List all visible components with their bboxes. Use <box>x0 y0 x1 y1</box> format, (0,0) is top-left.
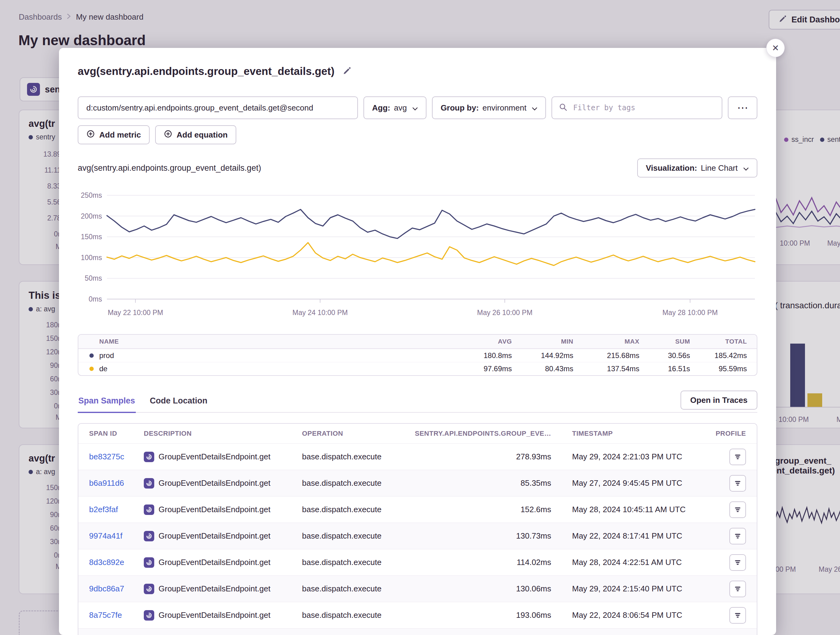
span-id-link[interactable]: 8a75c7fe <box>89 610 122 620</box>
chart-title: avg(sentry.api.endpoints.group_event_det… <box>78 163 261 173</box>
span-value: 130.06ms <box>414 584 551 594</box>
filter-by-tags-field[interactable] <box>551 96 722 119</box>
span-description: GroupEventDetailsEndpoint.get <box>158 505 270 514</box>
close-button[interactable]: ✕ <box>766 39 785 57</box>
span-operation: base.dispatch.execute <box>302 531 414 541</box>
chevron-down-icon <box>532 103 537 113</box>
add-metric-button[interactable]: Add metric <box>78 125 150 144</box>
plus-circle-icon <box>164 129 172 140</box>
svg-text:150ms: 150ms <box>81 233 102 241</box>
span-value: 85.35ms <box>414 478 551 488</box>
span-timestamp: May 29, 2024 2:15:40 PM UTC <box>551 584 711 594</box>
search-icon <box>559 103 567 113</box>
span-value: 152.6ms <box>414 505 551 514</box>
span-operation: base.dispatch.execute <box>302 505 414 514</box>
metric-details-modal: ✕ avg(sentry.api.endpoints.group_event_d… <box>59 48 776 635</box>
span-value: 114.02ms <box>414 558 551 567</box>
edit-title-icon[interactable] <box>343 66 352 76</box>
sentry-logo-icon <box>144 610 154 621</box>
chevron-down-icon <box>743 163 749 173</box>
span-id-link[interactable]: be83275c <box>89 452 124 461</box>
span-id-link[interactable]: 8d3c892e <box>89 558 124 567</box>
span-operation: base.dispatch.execute <box>302 452 414 462</box>
sentry-logo-icon <box>144 452 154 462</box>
ellipsis-icon: ⋯ <box>737 102 748 113</box>
sentry-logo-icon <box>144 531 154 541</box>
span-timestamp: May 28, 2024 10:45:11 AM UTC <box>551 505 711 514</box>
span-timestamp: May 22, 2024 8:06:54 PM UTC <box>551 610 711 620</box>
plus-circle-icon <box>86 129 95 140</box>
span-operation: base.dispatch.execute <box>302 584 414 594</box>
span-sample-row: 8d3c892e GroupEventDetailsEndpoint.get b… <box>78 549 757 575</box>
span-sample-row: 9974a41f GroupEventDetailsEndpoint.get b… <box>78 523 757 549</box>
samples-header-row: SPAN ID DESCRIPTION OPERATION SENTRY.API… <box>78 424 757 443</box>
span-description: GroupEventDetailsEndpoint.get <box>158 531 270 541</box>
svg-text:50ms: 50ms <box>85 274 102 282</box>
profile-button[interactable] <box>729 528 746 544</box>
aggregation-select[interactable]: Agg: avg <box>363 96 426 119</box>
filter-by-tags-input[interactable] <box>572 103 715 112</box>
close-icon: ✕ <box>772 43 779 53</box>
sentry-logo-icon <box>144 557 154 568</box>
svg-text:May 24 10:00 PM: May 24 10:00 PM <box>292 309 348 317</box>
series-dot <box>89 353 94 358</box>
series-dot <box>89 367 94 371</box>
summary-row[interactable]: de 97.69ms 80.43ms 137.54ms 16.51s 95.59… <box>78 362 757 375</box>
span-operation: base.dispatch.execute <box>302 610 414 620</box>
sentry-logo-icon <box>144 584 154 594</box>
series-name: de <box>99 364 107 373</box>
svg-text:0ms: 0ms <box>89 295 102 303</box>
summary-table: NAME AVG MIN MAX SUM TOTAL prod 180.8ms … <box>78 334 757 376</box>
more-options-button[interactable]: ⋯ <box>728 96 757 119</box>
group-by-select[interactable]: Group by: environment <box>432 96 546 119</box>
span-value: 278.93ms <box>414 452 551 462</box>
svg-text:May 26 10:00 PM: May 26 10:00 PM <box>477 309 532 317</box>
svg-text:250ms: 250ms <box>81 191 102 199</box>
profile-button[interactable] <box>729 554 746 571</box>
span-sample-row-partial <box>78 628 757 635</box>
open-in-traces-button[interactable]: Open in Traces <box>681 391 757 410</box>
profile-button[interactable] <box>729 475 746 492</box>
span-description: GroupEventDetailsEndpoint.get <box>158 584 270 594</box>
span-description: GroupEventDetailsEndpoint.get <box>158 478 270 488</box>
span-sample-row: 8a75c7fe GroupEventDetailsEndpoint.get b… <box>78 602 757 628</box>
detail-tabs: Span Samples Code Location <box>78 394 757 413</box>
span-id-link[interactable]: b6a911d6 <box>89 478 124 488</box>
span-operation: base.dispatch.execute <box>302 478 414 488</box>
svg-text:May 22 10:00 PM: May 22 10:00 PM <box>108 309 163 317</box>
profile-button[interactable] <box>729 607 746 624</box>
sentry-logo-icon <box>144 504 154 515</box>
summary-header-row: NAME AVG MIN MAX SUM TOTAL <box>78 335 757 349</box>
svg-text:May 28 10:00 PM: May 28 10:00 PM <box>662 309 718 317</box>
span-id-link[interactable]: 9974a41f <box>89 531 122 540</box>
span-sample-row: b2ef3faf GroupEventDetailsEndpoint.get b… <box>78 496 757 523</box>
add-equation-button[interactable]: Add equation <box>155 125 236 144</box>
span-operation: base.dispatch.execute <box>302 558 414 567</box>
span-samples-table: SPAN ID DESCRIPTION OPERATION SENTRY.API… <box>78 423 757 635</box>
series-name: prod <box>99 351 114 360</box>
span-id-link[interactable]: b2ef3faf <box>89 505 118 514</box>
span-id-link[interactable]: 9dbc86a7 <box>89 584 124 593</box>
profile-button[interactable] <box>729 449 746 465</box>
profile-button[interactable] <box>729 501 746 518</box>
span-sample-row: b6a911d6 GroupEventDetailsEndpoint.get b… <box>78 470 757 496</box>
summary-row[interactable]: prod 180.8ms 144.92ms 215.68ms 30.56s 18… <box>78 349 757 362</box>
span-description: GroupEventDetailsEndpoint.get <box>158 558 270 567</box>
span-timestamp: May 29, 2024 2:21:03 PM UTC <box>551 452 711 462</box>
metric-query-input[interactable] <box>78 96 358 119</box>
profile-button[interactable] <box>729 581 746 597</box>
sentry-logo-icon <box>144 478 154 488</box>
span-description: GroupEventDetailsEndpoint.get <box>158 610 270 620</box>
span-timestamp: May 28, 2024 4:22:51 AM UTC <box>551 558 711 567</box>
span-sample-row: 9dbc86a7 GroupEventDetailsEndpoint.get b… <box>78 575 757 602</box>
span-timestamp: May 27, 2024 9:45:45 PM UTC <box>551 478 711 488</box>
span-value: 193.06ms <box>414 610 551 620</box>
metric-line-chart: 0ms50ms100ms150ms200ms250msMay 22 10:00 … <box>78 180 757 329</box>
chevron-down-icon <box>412 103 418 113</box>
svg-text:200ms: 200ms <box>81 212 102 220</box>
span-value: 130.73ms <box>414 531 551 541</box>
tab-span-samples[interactable]: Span Samples <box>78 394 136 413</box>
span-description: GroupEventDetailsEndpoint.get <box>158 452 270 462</box>
visualization-select[interactable]: Visualization: Line Chart <box>637 158 757 178</box>
tab-code-location[interactable]: Code Location <box>149 394 208 412</box>
